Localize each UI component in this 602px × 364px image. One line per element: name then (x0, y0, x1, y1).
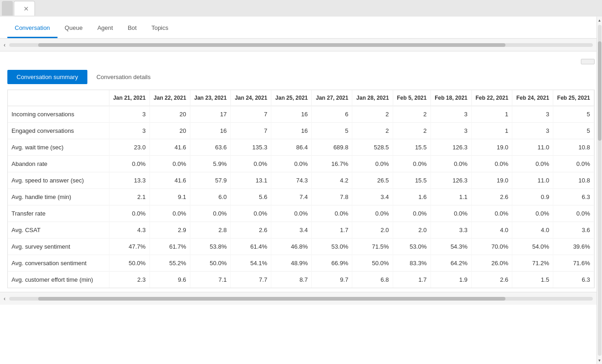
hourly-details-button[interactable] (581, 59, 595, 64)
cell-10-3: 7.7 (230, 272, 271, 288)
bottom-horizontal-scroll-thumb (38, 297, 505, 301)
scroll-left-arrow[interactable]: ‹ (2, 41, 7, 49)
main-content: Conversation summary Conversation detail… (0, 51, 602, 364)
sub-tab-conversation-summary[interactable]: Conversation summary (7, 70, 87, 84)
active-browser-tab[interactable]: ✕ (14, 1, 35, 16)
cell-8-4: 46.8% (271, 239, 312, 255)
cell-8-11: 39.6% (553, 239, 594, 255)
cell-6-7: 0.0% (393, 205, 430, 222)
cell-6-8: 0.0% (430, 205, 471, 222)
cell-10-11: 6.3 (553, 272, 594, 288)
cell-2-10: 11.0 (512, 139, 553, 156)
vertical-scroll-thumb (598, 41, 602, 141)
cell-9-8: 64.2% (430, 255, 471, 272)
cell-6-1: 0.0% (149, 205, 190, 222)
row-label-9: Avg. conversation sentiment (8, 255, 109, 272)
header-row: Jan 21, 2021Jan 22, 2021Jan 23, 2021Jan … (8, 90, 594, 106)
bottom-horizontal-scroll-track[interactable] (9, 297, 593, 301)
nav-tab-bot[interactable]: Bot (120, 19, 144, 38)
cell-9-10: 71.2% (512, 255, 553, 272)
cell-4-7: 15.5 (393, 172, 430, 189)
scroll-down-arrow[interactable]: ▼ (597, 357, 602, 364)
metric-column-header (8, 90, 109, 106)
cell-2-5: 689.8 (312, 139, 352, 156)
cell-6-9: 0.0% (471, 205, 512, 222)
cell-5-10: 0.9 (512, 189, 553, 205)
cell-8-10: 54.0% (512, 239, 553, 255)
cell-7-1: 2.9 (149, 222, 190, 239)
cell-1-5: 5 (312, 123, 352, 139)
inactive-browser-tab[interactable] (2, 1, 13, 16)
cell-6-5: 0.0% (312, 205, 352, 222)
scroll-up-arrow[interactable]: ▲ (597, 17, 602, 24)
row-label-3: Abandon rate (8, 156, 109, 172)
date-column-header-7: Jan 28, 2021 (352, 90, 393, 106)
vertical-scrollbar: ▲ ▼ (596, 17, 602, 364)
cell-6-3: 0.0% (230, 205, 271, 222)
date-column-header-9: Feb 18, 2021 (430, 90, 471, 106)
table-row: Incoming conversations320177166223135 (8, 106, 594, 123)
new-tab-button[interactable] (36, 2, 49, 15)
table-row: Transfer rate0.0%0.0%0.0%0.0%0.0%0.0%0.0… (8, 205, 594, 222)
cell-5-11: 6.3 (553, 189, 594, 205)
close-tab-icon[interactable]: ✕ (23, 5, 29, 12)
nav-tab-agent[interactable]: Agent (90, 19, 120, 38)
cell-4-8: 126.3 (430, 172, 471, 189)
cell-2-3: 135.3 (230, 139, 271, 156)
cell-5-2: 6.0 (190, 189, 230, 205)
cell-4-3: 13.1 (230, 172, 271, 189)
section-header (0, 51, 602, 70)
cell-5-8: 1.1 (430, 189, 471, 205)
cell-5-0: 2.1 (109, 189, 149, 205)
cell-0-9: 1 (471, 106, 512, 123)
row-label-1: Engaged conversations (8, 123, 109, 139)
cell-8-2: 53.8% (190, 239, 230, 255)
cell-0-8: 3 (430, 106, 471, 123)
cell-10-1: 9.6 (149, 272, 190, 288)
cell-5-9: 2.6 (471, 189, 512, 205)
date-column-header-2: Jan 22, 2021 (149, 90, 190, 106)
top-scroll-area: ‹ › (0, 39, 602, 51)
nav-tab-queue[interactable]: Queue (57, 19, 90, 38)
cell-2-7: 15.5 (393, 139, 430, 156)
cell-9-0: 50.0% (109, 255, 149, 272)
date-column-header-12: Feb 25, 2021 (553, 90, 594, 106)
cell-7-10: 4.0 (512, 222, 553, 239)
cell-9-6: 50.0% (352, 255, 393, 272)
cell-10-6: 6.8 (352, 272, 393, 288)
cell-4-2: 57.9 (190, 172, 230, 189)
horizontal-scroll-thumb (38, 43, 505, 47)
cell-8-8: 54.3% (430, 239, 471, 255)
nav-tab-topics[interactable]: Topics (144, 19, 176, 38)
cell-7-6: 2.0 (352, 222, 393, 239)
table-row: Abandon rate0.0%0.0%5.9%0.0%0.0%16.7%0.0… (8, 156, 594, 172)
row-label-10: Avg. customer effort time (min) (8, 272, 109, 288)
vertical-scroll-track[interactable] (598, 25, 602, 356)
cell-0-10: 3 (512, 106, 553, 123)
cell-9-5: 66.9% (312, 255, 352, 272)
data-table-wrapper: Jan 21, 2021Jan 22, 2021Jan 23, 2021Jan … (7, 90, 595, 288)
cell-4-4: 74.3 (271, 172, 312, 189)
cell-9-9: 26.0% (471, 255, 512, 272)
cell-3-6: 0.0% (352, 156, 393, 172)
row-label-8: Avg. survey sentiment (8, 239, 109, 255)
cell-3-10: 0.0% (512, 156, 553, 172)
cell-5-7: 1.6 (393, 189, 430, 205)
cell-10-5: 9.7 (312, 272, 352, 288)
nav-tab-conversation[interactable]: Conversation (7, 19, 57, 38)
cell-0-7: 2 (393, 106, 430, 123)
sub-tab-conversation-details[interactable]: Conversation details (87, 70, 160, 84)
cell-1-9: 1 (471, 123, 512, 139)
date-column-header-5: Jan 25, 2021 (271, 90, 312, 106)
bottom-scroll-left-arrow[interactable]: ‹ (2, 295, 7, 303)
cell-4-9: 19.0 (471, 172, 512, 189)
horizontal-scroll-track[interactable] (9, 43, 593, 47)
table-body: Incoming conversations320177166223135Eng… (8, 106, 594, 288)
cell-3-9: 0.0% (471, 156, 512, 172)
cell-10-9: 2.6 (471, 272, 512, 288)
date-column-header-10: Feb 22, 2021 (471, 90, 512, 106)
cell-8-7: 53.0% (393, 239, 430, 255)
cell-0-4: 16 (271, 106, 312, 123)
date-column-header-4: Jan 24, 2021 (230, 90, 271, 106)
cell-7-8: 3.3 (430, 222, 471, 239)
